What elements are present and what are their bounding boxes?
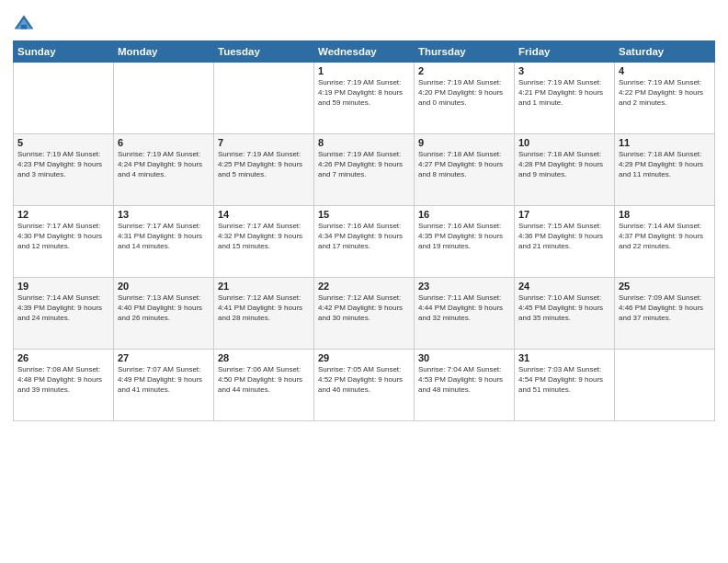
calendar-cell: 4Sunrise: 7:19 AM Sunset: 4:22 PM Daylig… xyxy=(615,63,715,134)
day-info: Sunrise: 7:19 AM Sunset: 4:23 PM Dayligh… xyxy=(17,150,109,179)
day-info: Sunrise: 7:18 AM Sunset: 4:29 PM Dayligh… xyxy=(619,150,711,179)
page: { "header": { "logo_general": "General",… xyxy=(0,0,728,563)
calendar-week-row: 5Sunrise: 7:19 AM Sunset: 4:23 PM Daylig… xyxy=(14,134,715,206)
day-info: Sunrise: 7:08 AM Sunset: 4:48 PM Dayligh… xyxy=(17,365,109,395)
day-number: 29 xyxy=(318,352,410,363)
day-number: 11 xyxy=(619,137,711,148)
day-number: 21 xyxy=(218,281,310,292)
calendar-header-thursday: Thursday xyxy=(415,41,515,63)
calendar-cell: 11Sunrise: 7:18 AM Sunset: 4:29 PM Dayli… xyxy=(615,134,715,206)
day-info: Sunrise: 7:15 AM Sunset: 4:36 PM Dayligh… xyxy=(518,222,610,251)
day-info: Sunrise: 7:19 AM Sunset: 4:25 PM Dayligh… xyxy=(218,150,310,179)
svg-rect-2 xyxy=(21,25,27,29)
day-number: 17 xyxy=(518,209,610,220)
day-number: 31 xyxy=(518,352,610,363)
day-info: Sunrise: 7:11 AM Sunset: 4:44 PM Dayligh… xyxy=(418,293,510,323)
calendar-cell: 22Sunrise: 7:12 AM Sunset: 4:42 PM Dayli… xyxy=(314,278,415,350)
day-info: Sunrise: 7:18 AM Sunset: 4:27 PM Dayligh… xyxy=(418,150,510,179)
day-number: 1 xyxy=(318,65,410,76)
calendar-cell xyxy=(214,63,314,134)
calendar-cell: 24Sunrise: 7:10 AM Sunset: 4:45 PM Dayli… xyxy=(515,278,615,350)
day-number: 22 xyxy=(318,281,410,292)
calendar-week-row: 26Sunrise: 7:08 AM Sunset: 4:48 PM Dayli… xyxy=(14,350,715,421)
day-info: Sunrise: 7:12 AM Sunset: 4:41 PM Dayligh… xyxy=(218,293,310,323)
calendar-cell: 5Sunrise: 7:19 AM Sunset: 4:23 PM Daylig… xyxy=(14,134,114,206)
calendar-cell: 14Sunrise: 7:17 AM Sunset: 4:32 PM Dayli… xyxy=(214,206,314,278)
day-info: Sunrise: 7:06 AM Sunset: 4:50 PM Dayligh… xyxy=(218,365,310,395)
calendar-header-sunday: Sunday xyxy=(14,41,114,63)
calendar-header-wednesday: Wednesday xyxy=(314,41,415,63)
day-info: Sunrise: 7:10 AM Sunset: 4:45 PM Dayligh… xyxy=(518,293,610,323)
day-number: 23 xyxy=(418,281,510,292)
calendar-cell: 20Sunrise: 7:13 AM Sunset: 4:40 PM Dayli… xyxy=(114,278,214,350)
calendar-week-row: 1Sunrise: 7:19 AM Sunset: 4:19 PM Daylig… xyxy=(14,63,715,134)
day-number: 2 xyxy=(418,65,510,76)
calendar-cell: 13Sunrise: 7:17 AM Sunset: 4:31 PM Dayli… xyxy=(114,206,214,278)
calendar-header-row: SundayMondayTuesdayWednesdayThursdayFrid… xyxy=(14,41,715,63)
day-info: Sunrise: 7:04 AM Sunset: 4:53 PM Dayligh… xyxy=(418,365,510,395)
day-info: Sunrise: 7:17 AM Sunset: 4:32 PM Dayligh… xyxy=(218,222,310,251)
calendar-cell: 1Sunrise: 7:19 AM Sunset: 4:19 PM Daylig… xyxy=(314,63,415,134)
calendar-cell: 6Sunrise: 7:19 AM Sunset: 4:24 PM Daylig… xyxy=(114,134,214,206)
calendar-cell: 28Sunrise: 7:06 AM Sunset: 4:50 PM Dayli… xyxy=(214,350,314,421)
calendar-cell: 2Sunrise: 7:19 AM Sunset: 4:20 PM Daylig… xyxy=(415,63,515,134)
logo-icon xyxy=(13,13,35,35)
day-number: 5 xyxy=(17,137,109,148)
calendar-header-saturday: Saturday xyxy=(615,41,715,63)
calendar-body: 1Sunrise: 7:19 AM Sunset: 4:19 PM Daylig… xyxy=(14,63,715,421)
day-number: 16 xyxy=(418,209,510,220)
calendar-cell: 30Sunrise: 7:04 AM Sunset: 4:53 PM Dayli… xyxy=(415,350,515,421)
header xyxy=(13,9,715,35)
calendar-cell: 7Sunrise: 7:19 AM Sunset: 4:25 PM Daylig… xyxy=(214,134,314,206)
calendar-header-friday: Friday xyxy=(515,41,615,63)
day-info: Sunrise: 7:16 AM Sunset: 4:35 PM Dayligh… xyxy=(418,222,510,251)
day-number: 26 xyxy=(17,352,109,363)
calendar-cell: 15Sunrise: 7:16 AM Sunset: 4:34 PM Dayli… xyxy=(314,206,415,278)
day-number: 4 xyxy=(619,65,711,76)
day-number: 19 xyxy=(17,281,109,292)
day-number: 9 xyxy=(418,137,510,148)
calendar-cell: 26Sunrise: 7:08 AM Sunset: 4:48 PM Dayli… xyxy=(14,350,114,421)
day-number: 27 xyxy=(118,352,210,363)
day-info: Sunrise: 7:19 AM Sunset: 4:26 PM Dayligh… xyxy=(318,150,410,179)
day-number: 28 xyxy=(218,352,310,363)
calendar-cell: 25Sunrise: 7:09 AM Sunset: 4:46 PM Dayli… xyxy=(615,278,715,350)
calendar-cell: 19Sunrise: 7:14 AM Sunset: 4:39 PM Dayli… xyxy=(14,278,114,350)
calendar-cell: 21Sunrise: 7:12 AM Sunset: 4:41 PM Dayli… xyxy=(214,278,314,350)
calendar-cell: 16Sunrise: 7:16 AM Sunset: 4:35 PM Dayli… xyxy=(415,206,515,278)
day-info: Sunrise: 7:14 AM Sunset: 4:37 PM Dayligh… xyxy=(619,222,711,251)
calendar-cell xyxy=(14,63,114,134)
calendar-cell: 27Sunrise: 7:07 AM Sunset: 4:49 PM Dayli… xyxy=(114,350,214,421)
day-number: 10 xyxy=(518,137,610,148)
day-number: 3 xyxy=(518,65,610,76)
calendar-cell: 18Sunrise: 7:14 AM Sunset: 4:37 PM Dayli… xyxy=(615,206,715,278)
calendar-cell xyxy=(615,350,715,421)
day-number: 14 xyxy=(218,209,310,220)
calendar-cell xyxy=(114,63,214,134)
day-info: Sunrise: 7:19 AM Sunset: 4:19 PM Dayligh… xyxy=(318,78,410,108)
calendar-cell: 9Sunrise: 7:18 AM Sunset: 4:27 PM Daylig… xyxy=(415,134,515,206)
calendar-cell: 12Sunrise: 7:17 AM Sunset: 4:30 PM Dayli… xyxy=(14,206,114,278)
day-info: Sunrise: 7:19 AM Sunset: 4:20 PM Dayligh… xyxy=(418,78,510,108)
calendar-cell: 23Sunrise: 7:11 AM Sunset: 4:44 PM Dayli… xyxy=(415,278,515,350)
day-info: Sunrise: 7:17 AM Sunset: 4:31 PM Dayligh… xyxy=(118,222,210,251)
calendar: SundayMondayTuesdayWednesdayThursdayFrid… xyxy=(13,40,715,421)
day-info: Sunrise: 7:09 AM Sunset: 4:46 PM Dayligh… xyxy=(619,293,711,323)
day-number: 7 xyxy=(218,137,310,148)
day-number: 15 xyxy=(318,209,410,220)
day-info: Sunrise: 7:14 AM Sunset: 4:39 PM Dayligh… xyxy=(17,293,109,323)
day-info: Sunrise: 7:03 AM Sunset: 4:54 PM Dayligh… xyxy=(518,365,610,395)
day-info: Sunrise: 7:18 AM Sunset: 4:28 PM Dayligh… xyxy=(518,150,610,179)
day-number: 25 xyxy=(619,281,711,292)
day-info: Sunrise: 7:19 AM Sunset: 4:22 PM Dayligh… xyxy=(619,78,711,108)
day-info: Sunrise: 7:19 AM Sunset: 4:24 PM Dayligh… xyxy=(118,150,210,179)
calendar-header-monday: Monday xyxy=(114,41,214,63)
day-number: 13 xyxy=(118,209,210,220)
day-info: Sunrise: 7:13 AM Sunset: 4:40 PM Dayligh… xyxy=(118,293,210,323)
calendar-cell: 3Sunrise: 7:19 AM Sunset: 4:21 PM Daylig… xyxy=(515,63,615,134)
day-info: Sunrise: 7:16 AM Sunset: 4:34 PM Dayligh… xyxy=(318,222,410,251)
day-info: Sunrise: 7:19 AM Sunset: 4:21 PM Dayligh… xyxy=(518,78,610,108)
calendar-cell: 10Sunrise: 7:18 AM Sunset: 4:28 PM Dayli… xyxy=(515,134,615,206)
day-number: 20 xyxy=(118,281,210,292)
day-number: 18 xyxy=(619,209,711,220)
